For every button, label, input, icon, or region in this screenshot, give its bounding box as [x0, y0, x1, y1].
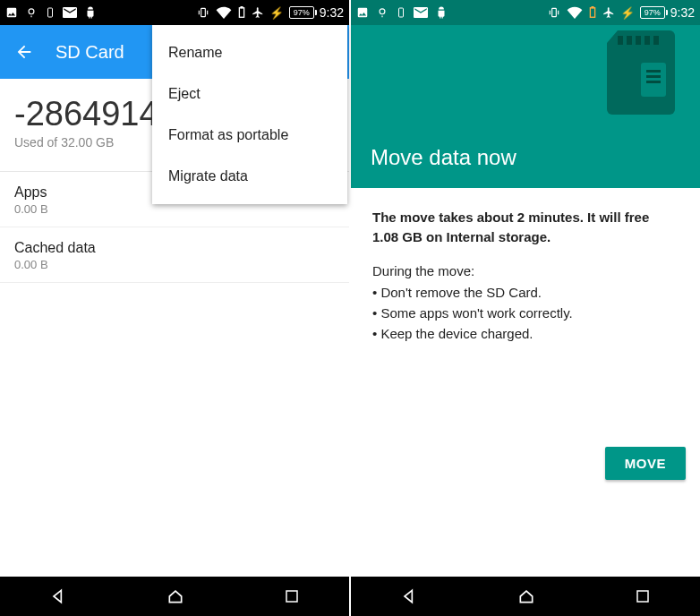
status-bar: ⚡ 97% 9:32 [0, 0, 349, 25]
image-icon [5, 6, 18, 19]
during-title: During the move: [372, 263, 679, 278]
svg-rect-2 [48, 8, 53, 17]
hero-title: Move data now [371, 145, 680, 170]
row-value: 0.00 B [14, 202, 335, 216]
svg-rect-19 [646, 75, 661, 78]
hero: Move data now [351, 25, 700, 188]
page-title: SD Card [55, 42, 124, 63]
bullet-1: • Don't remove the SD Card. [372, 282, 679, 303]
battery-indicator: 97% [289, 6, 314, 19]
svg-rect-26 [637, 591, 648, 602]
svg-rect-7 [241, 6, 243, 8]
clock: 9:32 [320, 5, 344, 20]
image-icon [356, 6, 369, 19]
svg-rect-11 [399, 8, 404, 17]
vibrate-icon [196, 6, 210, 19]
svg-rect-20 [646, 81, 661, 83]
nav-recent[interactable] [284, 588, 300, 604]
charging-icon: ⚡ [620, 6, 635, 20]
svg-rect-3 [201, 8, 205, 16]
status-bar: ⚡ 97% 9:32 [351, 0, 700, 25]
phone-icon [396, 6, 406, 19]
clock: 9:32 [670, 5, 695, 20]
nav-bar [0, 577, 349, 616]
menu-eject[interactable]: Eject [152, 73, 347, 115]
svg-rect-15 [590, 8, 594, 18]
battery-indicator: 97% [640, 6, 665, 19]
move-summary: The move takes about 2 minutes. It will … [372, 208, 679, 247]
menu-rename[interactable]: Rename [152, 32, 347, 73]
android-icon [435, 6, 448, 19]
charging-icon: ⚡ [269, 6, 284, 20]
mail-icon [414, 7, 428, 18]
bulb-icon [25, 6, 38, 19]
mail-icon [63, 7, 77, 18]
bulb-icon [376, 6, 388, 19]
back-button[interactable] [14, 42, 34, 62]
svg-rect-16 [592, 6, 593, 8]
android-icon [84, 6, 97, 19]
bullet-2: • Some apps won't work correctly. [372, 303, 679, 323]
svg-point-0 [29, 9, 34, 14]
nav-back[interactable] [49, 587, 67, 605]
move-button[interactable]: MOVE [605, 447, 686, 480]
screenshot-move-data: ⚡ 97% 9:32 Move da [351, 0, 700, 616]
svg-rect-17 [641, 63, 666, 97]
battery-low-icon [237, 6, 246, 19]
screenshot-sdcard-settings: ⚡ 97% 9:32 SD Card ⋮ -2864914 Used of 32… [0, 0, 349, 616]
svg-rect-25 [653, 36, 659, 45]
nav-home[interactable] [166, 587, 184, 605]
svg-rect-24 [645, 36, 650, 45]
svg-rect-12 [551, 8, 556, 16]
vibrate-icon [547, 6, 561, 19]
overflow-menu: Rename Eject Format as portable Migrate … [152, 25, 347, 204]
svg-rect-21 [618, 36, 623, 45]
battery-low-icon [588, 6, 597, 19]
button-row: MOVE [351, 447, 700, 494]
svg-rect-6 [239, 8, 243, 18]
wifi-icon [567, 6, 583, 19]
svg-rect-22 [627, 36, 632, 45]
airplane-icon [602, 6, 615, 19]
svg-rect-18 [646, 70, 661, 73]
nav-back[interactable] [400, 587, 418, 605]
move-body: The move takes about 2 minutes. It will … [351, 188, 700, 364]
menu-migrate-data[interactable]: Migrate data [152, 156, 347, 197]
wifi-icon [216, 6, 232, 19]
row-cached-data[interactable]: Cached data 0.00 B [0, 227, 349, 283]
row-label: Cached data [14, 240, 335, 256]
nav-recent[interactable] [635, 588, 651, 604]
svg-point-9 [380, 9, 385, 14]
menu-format-portable[interactable]: Format as portable [152, 115, 347, 156]
row-value: 0.00 B [14, 258, 335, 271]
sdcard-icon [605, 30, 677, 115]
svg-rect-23 [636, 36, 641, 45]
nav-home[interactable] [517, 587, 535, 605]
airplane-icon [252, 6, 264, 19]
phone-icon [45, 6, 55, 19]
svg-rect-8 [286, 591, 297, 602]
bullet-3: • Keep the device charged. [372, 323, 679, 344]
nav-bar [351, 577, 700, 616]
